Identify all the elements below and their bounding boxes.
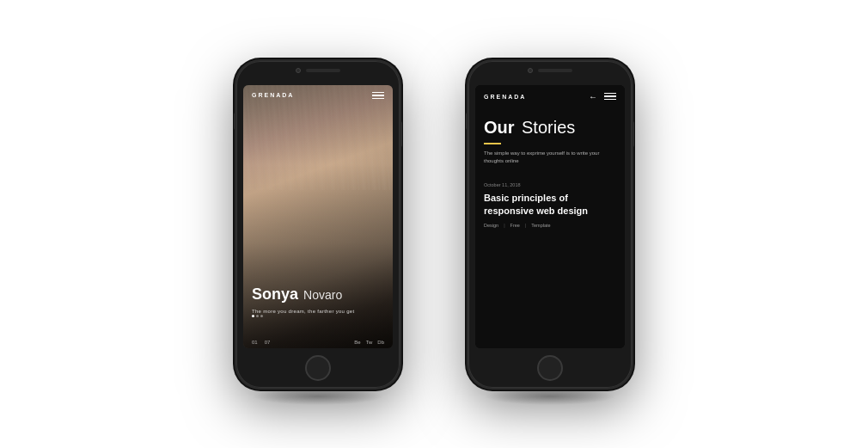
speaker-1 [306, 69, 340, 72]
phone1-numbers: 01 07 [252, 340, 270, 345]
person-last-name: Novaro [303, 288, 342, 302]
person-first-name: Sonya [252, 285, 298, 304]
side-btn-left-2 [466, 113, 468, 130]
blog-subtitle: The simple way to exprime yourself is to… [484, 150, 616, 165]
phone-home-btn-2[interactable] [537, 355, 563, 381]
phone-top-1 [296, 68, 340, 73]
menu-line-2 [372, 95, 384, 96]
tag-sep-1: | [504, 223, 504, 228]
tag-design[interactable]: Design [484, 223, 498, 228]
camera-1 [296, 68, 301, 73]
screen-1: GRENADA Sonya Novaro The more you dream,… [243, 85, 393, 348]
phone1-tagline: The more you dream, the farther you get [252, 309, 384, 314]
back-arrow-icon[interactable]: ← [589, 92, 597, 101]
phone1-num-2: 07 [265, 340, 271, 345]
indicator-dot-2 [256, 315, 259, 317]
tag-free[interactable]: Free [510, 223, 520, 228]
phone1-hero: Sonya Novaro The more you dream, the far… [252, 285, 384, 314]
phone2-navbar: GRENADA ← [475, 85, 625, 108]
phone-1: GRENADA Sonya Novaro The more you dream,… [236, 61, 400, 388]
phone-home-btn-1[interactable] [305, 355, 331, 381]
phone1-num-1: 01 [252, 340, 258, 345]
phone1-logo: GRENADA [252, 92, 294, 98]
camera-2 [528, 68, 533, 73]
blog-article-title: Basic principles of responsive web desig… [484, 192, 616, 218]
tag-template[interactable]: Template [531, 223, 550, 228]
article-title-line2: responsive web design [484, 206, 588, 216]
phone1-menu-icon[interactable] [372, 92, 384, 100]
blog-tags: Design | Free | Template [484, 223, 616, 228]
phone1-name: Sonya Novaro [252, 285, 384, 304]
phone2-logo: GRENADA [484, 94, 526, 100]
blog-heading: Our Stories [484, 118, 616, 138]
screen-2: GRENADA ← Our Stories The simple [475, 85, 625, 348]
speaker-2 [538, 69, 572, 72]
phone2-nav-icons: ← [589, 92, 616, 101]
phone2-body: Our Stories The simple way to exprime yo… [484, 109, 616, 345]
phone1-content: GRENADA Sonya Novaro The more you dream,… [243, 85, 393, 348]
side-btn-right-1 [400, 121, 402, 147]
phone1-social: Be Tw Db [354, 340, 384, 345]
phone1-indicator [252, 315, 263, 317]
side-btn-right-2 [632, 121, 634, 147]
menu-line-3 [372, 98, 384, 100]
ham-line-2 [604, 95, 616, 97]
ham-line-3 [604, 99, 616, 101]
phone-2: GRENADA ← Our Stories The simple [468, 61, 632, 388]
phone1-bottom-bar: 01 07 Be Tw Db [252, 340, 384, 345]
phone2-menu-icon[interactable] [604, 93, 616, 101]
indicator-dot-1 [252, 315, 254, 317]
phone-top-2 [528, 68, 572, 73]
social-tw[interactable]: Tw [366, 340, 373, 345]
blog-heading-our: Our [484, 118, 515, 137]
blog-heading-stories: Stories [522, 118, 575, 137]
side-btn-left-1 [234, 113, 236, 130]
phone1-navbar: GRENADA [243, 85, 393, 107]
menu-line-1 [372, 92, 384, 94]
tag-sep-2: | [525, 223, 526, 228]
indicator-dot-3 [260, 315, 263, 317]
blog-article-date: October 11, 2018 [484, 182, 616, 187]
social-be[interactable]: Be [354, 340, 360, 345]
social-db[interactable]: Db [377, 340, 384, 345]
blog-divider [484, 143, 501, 144]
phone2-content: GRENADA ← Our Stories The simple [475, 85, 625, 348]
ham-line-1 [604, 93, 616, 95]
article-title-line1: Basic principles of [484, 193, 568, 203]
